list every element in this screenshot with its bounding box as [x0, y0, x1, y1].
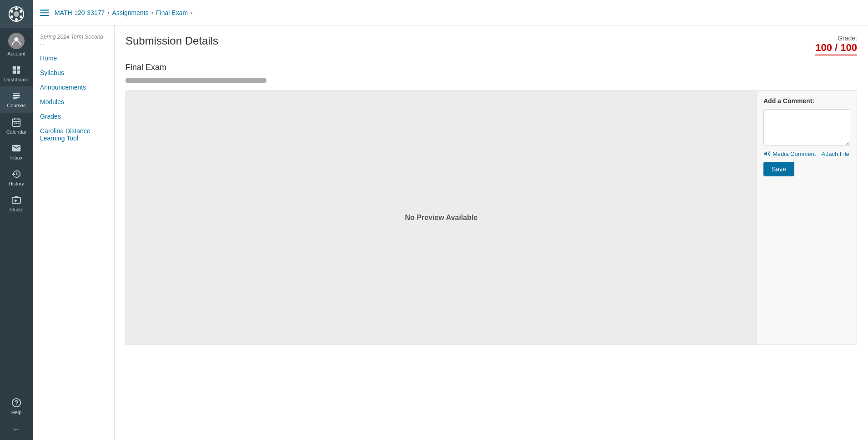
sidebar-item-courses[interactable]: Courses	[0, 86, 33, 112]
course-term: Spring 2024 Term Second ...	[33, 31, 114, 51]
course-nav-announcements[interactable]: Announcements	[33, 80, 114, 95]
svg-point-4	[20, 15, 22, 18]
sidebar-item-courses-label: Courses	[7, 103, 26, 109]
course-nav: Spring 2024 Term Second ... Home Syllabu…	[33, 25, 115, 440]
svg-marker-27	[764, 151, 767, 155]
breadcrumb-current-page: Final Exam	[156, 9, 188, 16]
media-comment-icon	[763, 150, 771, 157]
svg-point-2	[15, 7, 18, 10]
grade-display: Grade: 100 / 100	[815, 35, 857, 55]
sidebar-item-calendar-label: Calendar	[6, 129, 27, 135]
page-content: Submission Details Grade: 100 / 100 Fina…	[115, 25, 868, 440]
breadcrumb-trailing: ›	[191, 9, 192, 16]
comment-label: Add a Comment:	[763, 97, 850, 105]
course-nav-grades[interactable]: Grades	[33, 109, 114, 124]
svg-point-5	[15, 18, 18, 21]
sidebar-item-studio-label: Studio	[9, 207, 23, 213]
breadcrumb: MATH-120-33177 › Assignments › Final Exa…	[55, 9, 192, 16]
svg-rect-26	[40, 15, 49, 16]
sidebar-item-calendar[interactable]: Calendar	[0, 113, 33, 139]
svg-rect-9	[13, 66, 16, 70]
svg-rect-10	[17, 66, 20, 70]
svg-rect-12	[17, 70, 20, 74]
breadcrumb-course-link[interactable]: MATH-120-33177	[55, 9, 105, 16]
svg-point-7	[10, 10, 13, 13]
page-title: Submission Details	[125, 35, 218, 47]
sidebar-item-help-label: Help	[11, 410, 22, 415]
avatar	[8, 33, 25, 49]
sidebar-item-dashboard-label: Dashboard	[4, 77, 29, 83]
course-nav-modules[interactable]: Modules	[33, 95, 114, 109]
page-header: Submission Details Grade: 100 / 100	[125, 35, 857, 55]
svg-rect-19	[18, 122, 19, 124]
topbar: MATH-120-33177 › Assignments › Final Exa…	[33, 0, 868, 25]
svg-rect-25	[40, 12, 49, 13]
media-comment-button[interactable]: Media Comment	[763, 150, 816, 157]
attach-file-button[interactable]: Attach File	[821, 150, 849, 157]
grade-value: 100 / 100	[815, 42, 857, 55]
svg-point-1	[14, 11, 19, 17]
exam-title: Final Exam	[125, 63, 857, 72]
sidebar-collapse-button[interactable]: ←	[0, 419, 33, 440]
sidebar-item-account-label: Account	[7, 51, 25, 57]
sidebar-item-history[interactable]: History	[0, 165, 33, 190]
svg-rect-13	[13, 119, 20, 126]
preview-area: No Preview Available	[126, 91, 757, 345]
sidebar-item-history-label: History	[9, 181, 24, 187]
save-button[interactable]: Save	[763, 162, 794, 176]
no-preview-text: No Preview Available	[405, 214, 478, 222]
breadcrumb-assignments-link[interactable]: Assignments	[112, 9, 149, 16]
menu-toggle-button[interactable]	[40, 8, 49, 17]
course-nav-home[interactable]: Home	[33, 51, 114, 65]
svg-rect-17	[14, 122, 15, 124]
svg-point-3	[20, 10, 22, 13]
collapse-icon: ←	[12, 425, 20, 435]
progress-bar-container	[125, 78, 857, 83]
course-nav-cdl-tool[interactable]: Carolina Distance Learning Tool	[33, 124, 114, 145]
submission-body: No Preview Available Add a Comment:	[125, 90, 857, 345]
grade-label: Grade:	[838, 35, 857, 42]
sidebar-item-help[interactable]: Help	[0, 393, 33, 419]
sidebar-item-inbox[interactable]: Inbox	[0, 139, 33, 165]
sidebar-item-studio[interactable]: Studio	[0, 190, 33, 216]
course-nav-syllabus[interactable]: Syllabus	[33, 65, 114, 80]
main-area: MATH-120-33177 › Assignments › Final Exa…	[33, 0, 868, 440]
svg-rect-11	[13, 70, 16, 74]
comment-panel: Add a Comment: Media Comment Attach File	[757, 91, 857, 345]
comment-actions: Media Comment Attach File	[763, 150, 850, 157]
sidebar-item-dashboard[interactable]: Dashboard	[0, 60, 33, 86]
sidebar-item-account[interactable]: Account	[0, 28, 33, 60]
breadcrumb-separator-2: ›	[151, 9, 153, 16]
svg-point-6	[10, 15, 13, 18]
svg-point-23	[16, 404, 17, 405]
comment-textarea[interactable]	[763, 109, 850, 145]
content-area: Spring 2024 Term Second ... Home Syllabu…	[33, 25, 868, 440]
svg-rect-18	[16, 122, 17, 124]
breadcrumb-separator-1: ›	[107, 9, 109, 16]
sidebar: Account Dashboard Courses Calendar	[0, 0, 33, 440]
sidebar-item-inbox-label: Inbox	[10, 155, 23, 161]
progress-bar	[125, 78, 266, 83]
svg-rect-24	[40, 10, 49, 10]
logo[interactable]	[0, 0, 33, 28]
media-comment-label: Media Comment	[773, 150, 816, 157]
